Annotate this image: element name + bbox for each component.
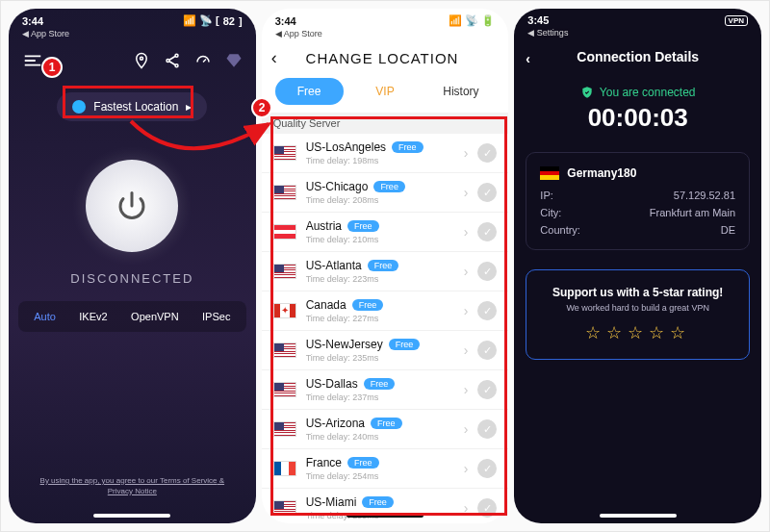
- svg-line-9: [203, 60, 206, 63]
- svg-point-4: [175, 54, 178, 57]
- back-icon[interactable]: ‹: [526, 51, 530, 66]
- top-toolbar: [9, 42, 256, 83]
- svg-point-6: [175, 64, 178, 67]
- tos-link[interactable]: Terms of Service: [160, 476, 218, 485]
- server-name: Germany180: [567, 166, 636, 180]
- svg-line-7: [169, 57, 175, 61]
- share-icon[interactable]: [164, 52, 181, 73]
- tab-free[interactable]: Free: [275, 78, 344, 105]
- connection-state: DISCONNECTED: [9, 271, 256, 286]
- rating-title: Support us with a 5-star rating!: [536, 286, 739, 299]
- status-icons: 📶 📡 [82]: [183, 14, 243, 27]
- rating-subtitle: We worked hard to build a great VPN: [536, 303, 739, 313]
- svg-point-3: [140, 57, 142, 60]
- category-tabs: Free VIP History: [262, 74, 509, 113]
- status-bar: 3:44 📶 📡 🔋: [262, 9, 509, 29]
- locations-header: ‹ CHANGE LOCATION: [262, 42, 509, 74]
- page-title: CHANGE LOCATION: [277, 50, 488, 66]
- shield-check-icon: [580, 86, 594, 99]
- ip-value: 57.129.52.81: [674, 190, 735, 201]
- proto-ikev2[interactable]: IKEv2: [79, 311, 107, 322]
- connection-summary: You are connected 00:00:03: [514, 86, 761, 133]
- menu-icon[interactable]: [22, 50, 43, 75]
- city-value: Frankfurt am Main: [650, 207, 735, 218]
- tab-history[interactable]: History: [426, 78, 495, 105]
- privacy-link[interactable]: Privacy Notice: [108, 487, 157, 495]
- status-time: 3:45: [527, 14, 549, 26]
- home-indicator[interactable]: [93, 514, 170, 518]
- server-info-card: Germany180 IP:57.129.52.81 City:Frankfur…: [526, 152, 750, 250]
- connection-timer: 00:00:03: [514, 103, 761, 133]
- status-time: 3:44: [275, 15, 296, 27]
- status-bar: 3:45 VPN: [514, 9, 761, 28]
- page-title: Connection Details: [577, 49, 699, 64]
- proto-ipsec[interactable]: IPSec: [202, 311, 230, 322]
- star-rating[interactable]: ☆☆☆☆☆: [536, 322, 739, 343]
- status-icons: VPN: [725, 15, 748, 26]
- status-time: 3:44: [22, 15, 43, 27]
- tab-vip[interactable]: VIP: [351, 78, 420, 105]
- diamond-icon[interactable]: [225, 52, 243, 73]
- proto-auto[interactable]: Auto: [34, 311, 56, 322]
- back-to-store[interactable]: ◀ App Store: [9, 29, 256, 42]
- home-indicator[interactable]: [600, 514, 677, 518]
- connected-label: You are connected: [600, 86, 696, 99]
- vpn-badge: VPN: [725, 15, 748, 26]
- back-to-store[interactable]: ◀ App Store: [262, 29, 509, 42]
- flag-icon: [540, 166, 559, 180]
- status-bar: 3:44 📶 📡 [82]: [9, 9, 256, 29]
- svg-point-5: [167, 60, 169, 63]
- country-value: DE: [721, 224, 735, 236]
- speed-icon[interactable]: [194, 52, 212, 73]
- annotation-box-1: [63, 86, 193, 118]
- status-icons: 📶 📡 🔋: [449, 14, 495, 27]
- protocol-tabs: Auto IKEv2 OpenVPN IPSec: [18, 301, 246, 332]
- back-to-settings[interactable]: ◀ Settings: [514, 28, 761, 41]
- rating-card[interactable]: Support us with a 5-star rating! We work…: [526, 269, 750, 360]
- proto-openvpn[interactable]: OpenVPN: [131, 311, 179, 322]
- location-icon[interactable]: [133, 52, 150, 73]
- screen-details: 3:45 VPN ◀ Settings ‹ Connection Details…: [514, 9, 761, 523]
- connect-button[interactable]: [86, 160, 178, 252]
- svg-line-8: [169, 62, 175, 65]
- details-header: ‹ Connection Details: [514, 41, 761, 72]
- annotation-box-2: [270, 116, 507, 516]
